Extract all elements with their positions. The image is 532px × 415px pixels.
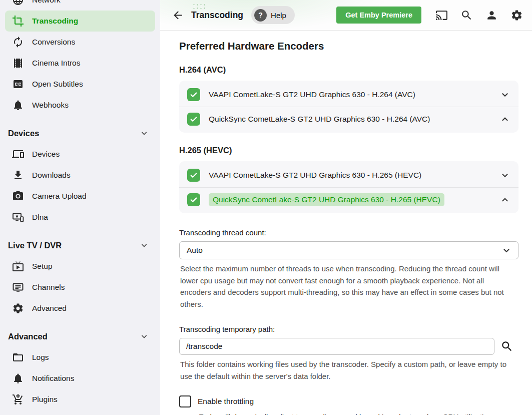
temp-path-label: Transcoding temporary path: [179, 325, 518, 333]
sync-icon [12, 36, 24, 48]
sidebar-item-webhooks[interactable]: Webhooks [5, 95, 155, 116]
sidebar-item-open-subtitles[interactable]: Open Subtitles [5, 74, 155, 95]
search-button[interactable] [460, 9, 473, 22]
sidebar-item-label: Transcoding [32, 17, 78, 26]
thread-count-value: Auto [187, 246, 203, 255]
get-emby-premiere-button[interactable]: Get Emby Premiere [336, 7, 421, 24]
sidebar-item-notifications[interactable]: Notifications [5, 368, 155, 389]
sidebar-item-livetv-advanced[interactable]: Advanced [5, 298, 155, 319]
sidebar-group-label: Devices [8, 129, 39, 138]
sidebar-item-transcoding[interactable]: Transcoding [5, 11, 155, 32]
sidebar-item-label: Dlna [32, 213, 48, 222]
chevron-up-icon [499, 194, 510, 205]
back-button[interactable] [172, 9, 185, 22]
expand-button[interactable] [499, 89, 510, 100]
throttling-checkbox-unchecked[interactable] [179, 395, 191, 407]
encoder-row-quicksync-h265[interactable]: QuickSync CometLake-S GT2 UHD Graphics 6… [179, 187, 518, 212]
chevron-down-icon [499, 170, 510, 181]
sidebar-item-label: Cinema Intros [32, 59, 80, 68]
collapse-button[interactable] [499, 114, 510, 125]
sidebar-item-downloads[interactable]: Downloads [5, 165, 155, 186]
gear-icon [12, 302, 24, 314]
cast-button[interactable] [435, 9, 448, 22]
temp-path-description: This folder contains working files used … [179, 358, 508, 382]
bell-icon [12, 372, 24, 384]
film-icon [12, 57, 24, 69]
chevron-up-icon [499, 114, 510, 125]
chevron-down-icon [139, 128, 149, 138]
sidebar-item-network[interactable]: Network [5, 0, 155, 11]
folder-icon [12, 351, 24, 363]
check-icon [189, 115, 198, 124]
checkbox-checked[interactable] [187, 193, 200, 206]
throttling-label: Enable throttling [198, 397, 254, 406]
user-button[interactable] [485, 9, 498, 22]
thread-count-select[interactable]: Auto [179, 241, 518, 259]
encoder-label: VAAPI CometLake-S GT2 UHD Graphics 630 -… [209, 171, 421, 180]
sidebar-item-plugins[interactable]: Plugins [5, 389, 155, 410]
sidebar-item-label: Notifications [32, 374, 74, 383]
chevron-down-icon [501, 245, 512, 256]
checkbox-checked[interactable] [187, 88, 200, 101]
chevron-down-icon [139, 240, 149, 250]
search-icon [460, 9, 473, 22]
encoder-label: QuickSync CometLake-S GT2 UHD Graphics 6… [209, 115, 430, 124]
main-content: Preferred Hardware Encoders H.264 (AVC) … [160, 31, 532, 415]
h265-heading: H.265 (HEVC) [179, 146, 518, 155]
sidebar-item-label: Network [32, 0, 61, 5]
sidebar-item-channels[interactable]: Channels [5, 277, 155, 298]
sidebar-item-dlna[interactable]: Dlna [5, 207, 155, 228]
encoder-row-vaapi-h264[interactable]: VAAPI CometLake-S GT2 UHD Graphics 630 -… [179, 82, 518, 107]
screen-star-icon [12, 211, 24, 223]
thread-count-description: Select the maximum number of threads to … [179, 263, 508, 310]
checkbox-checked[interactable] [187, 169, 200, 182]
sidebar-item-devices[interactable]: Devices [5, 144, 155, 165]
camera-icon [12, 190, 24, 202]
person-icon [485, 9, 498, 22]
sidebar-item-label: Plugins [32, 395, 58, 404]
transcode-icon [12, 15, 24, 27]
sidebar-item-camera-upload[interactable]: Camera Upload [5, 186, 155, 207]
closed-caption-icon [12, 78, 24, 90]
sidebar-item-conversions[interactable]: Conversions [5, 32, 155, 53]
sidebar-item-cinema-intros[interactable]: Cinema Intros [5, 53, 155, 74]
encoder-label-highlighted: QuickSync CometLake-S GT2 UHD Graphics 6… [209, 193, 444, 206]
section-heading: Preferred Hardware Encoders [179, 40, 518, 52]
sidebar-item-logs[interactable]: Logs [5, 347, 155, 368]
thread-count-label: Transcoding thread count: [179, 228, 518, 237]
sidebar-group-label: Live TV / DVR [8, 241, 62, 250]
download-icon [12, 169, 24, 181]
cast-icon [435, 9, 448, 22]
h265-encoder-card: VAAPI CometLake-S GT2 UHD Graphics 630 -… [179, 161, 518, 213]
sidebar-group-devices[interactable]: Devices [0, 123, 160, 144]
check-icon [189, 171, 198, 180]
sidebar: Network Transcoding Conversions Cinema I… [0, 0, 160, 415]
sidebar-item-scheduled-tasks[interactable]: Scheduled Tasks [5, 410, 155, 415]
search-icon [500, 340, 513, 353]
collapse-button[interactable] [499, 194, 510, 205]
page-title: Transcoding [191, 10, 243, 21]
encoder-label: VAAPI CometLake-S GT2 UHD Graphics 630 -… [209, 90, 415, 99]
sidebar-item-label: Webhooks [32, 101, 69, 110]
devices-icon [12, 148, 24, 160]
sidebar-item-label: Camera Upload [32, 192, 87, 201]
check-icon [189, 195, 198, 204]
sidebar-item-label: Open Subtitles [32, 80, 83, 89]
sidebar-group-live-tv[interactable]: Live TV / DVR [0, 235, 160, 256]
encoder-row-vaapi-h265[interactable]: VAAPI CometLake-S GT2 UHD Graphics 630 -… [179, 163, 518, 187]
expand-button[interactable] [499, 170, 510, 181]
help-button[interactable]: ? Help [251, 6, 295, 24]
help-label: Help [271, 11, 286, 20]
throttling-row: Enable throttling [179, 395, 518, 407]
temp-path-input[interactable] [179, 338, 494, 355]
live-tv-icon [12, 260, 24, 272]
browse-path-button[interactable] [500, 340, 513, 353]
encoder-row-quicksync-h264[interactable]: QuickSync CometLake-S GT2 UHD Graphics 6… [179, 107, 518, 131]
sidebar-group-advanced[interactable]: Advanced [0, 326, 160, 347]
checkbox-checked[interactable] [187, 113, 200, 126]
sidebar-group-label: Advanced [8, 332, 48, 341]
sidebar-item-setup[interactable]: Setup [5, 256, 155, 277]
settings-button[interactable] [510, 9, 523, 22]
sidebar-item-label: Channels [32, 283, 65, 292]
sidebar-item-label: Downloads [32, 171, 71, 180]
